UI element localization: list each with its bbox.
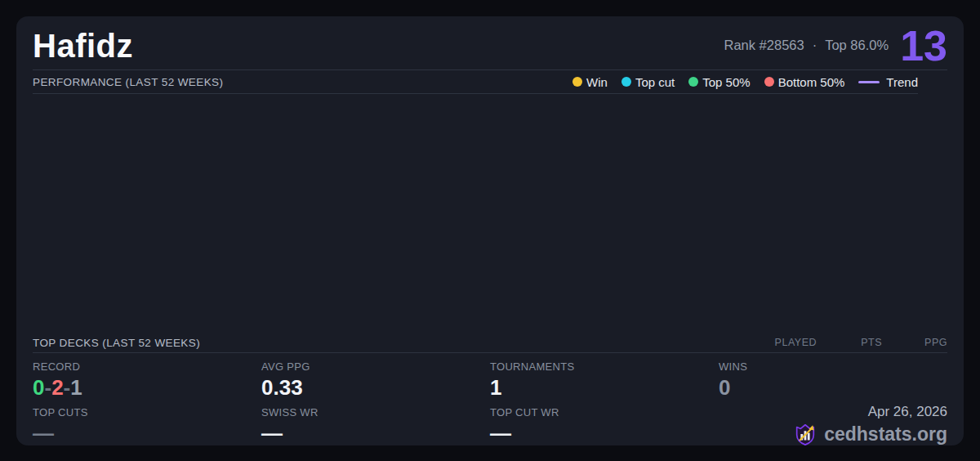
player-card: Hafidz Rank #28563 · Top 86.0% 13 PERFOR… [16, 16, 964, 445]
top50-dot-icon [688, 77, 698, 87]
trend-line-icon [858, 81, 880, 83]
stat-top-cuts: TOP CUTS — [33, 399, 261, 445]
stat-label: AVG PPG [261, 360, 490, 373]
legend-item-bottom50: Bottom 50% [764, 75, 845, 89]
cedhstats-logo-icon [793, 422, 817, 446]
record-draws: 1 [70, 375, 82, 400]
rank-line: Rank #28563 · Top 86.0% [724, 38, 889, 53]
legend-label: Top cut [635, 75, 675, 89]
stat-label: RECORD [33, 360, 261, 373]
footer-cell: Apr 26, 2026 cedhstats.org [719, 399, 947, 445]
header-right: Rank #28563 · Top 86.0% 13 [724, 25, 948, 67]
record-separator: - [44, 375, 51, 400]
site-name[interactable]: cedhstats.org [824, 423, 947, 445]
column-header-pts: PTS [817, 337, 882, 348]
top-cut-wr-value: — [490, 421, 719, 445]
rank-text: Rank #28563 [724, 38, 804, 53]
card-header: Hafidz Rank #28563 · Top 86.0% 13 [33, 16, 947, 70]
stat-swiss-wr: SWISS WR — [261, 399, 490, 445]
tournaments-value: 1 [490, 375, 719, 400]
performance-chart [33, 94, 947, 333]
generated-date: Apr 26, 2026 [868, 405, 947, 419]
record-separator: - [64, 375, 71, 400]
stat-label: SWISS WR [261, 406, 490, 418]
legend-label: Trend [886, 75, 918, 89]
record-losses: 2 [51, 375, 63, 400]
chart-legend: Win Top cut Top 50% Bottom 50% Trend [572, 75, 918, 89]
top-cuts-value: — [33, 421, 261, 445]
top-decks-header-row: TOP DECKS (LAST 52 WEEKS) PLAYED PTS PPG [33, 333, 947, 353]
page-title: Hafidz [33, 28, 133, 64]
stat-record: RECORD 0-2-1 [33, 353, 261, 399]
topcut-dot-icon [621, 77, 631, 87]
stat-top-cut-wr: TOP CUT WR — [490, 399, 719, 445]
performance-header-row: PERFORMANCE (LAST 52 WEEKS) Win Top cut … [33, 70, 918, 94]
wins-value: 0 [719, 375, 947, 400]
top-decks-title: TOP DECKS (LAST 52 WEEKS) [33, 337, 200, 349]
legend-label: Top 50% [702, 75, 750, 89]
legend-item-trend: Trend [858, 75, 918, 89]
rank-separator: · [813, 38, 817, 53]
avg-ppg-value: 0.33 [261, 375, 490, 400]
record-value: 0-2-1 [33, 375, 261, 400]
app-background: { "player": { "name": "Hafidz", "rank": … [0, 0, 980, 461]
stat-avg-ppg: AVG PPG 0.33 [261, 353, 490, 399]
stats-grid: RECORD 0-2-1 AVG PPG 0.33 TOURNAMENTS 1 … [33, 353, 947, 445]
performance-title: PERFORMANCE (LAST 52 WEEKS) [33, 76, 223, 88]
stat-label: TOURNAMENTS [490, 360, 719, 373]
legend-label: Win [586, 75, 608, 89]
column-header-played: PLAYED [751, 337, 817, 348]
stat-wins: WINS 0 [719, 353, 947, 399]
record-wins: 0 [33, 375, 44, 400]
top-percent-text: Top 86.0% [825, 38, 889, 53]
column-header-ppg: PPG [882, 337, 947, 348]
win-dot-icon [572, 77, 582, 87]
stat-label: WINS [719, 360, 947, 373]
legend-label: Bottom 50% [778, 75, 845, 89]
score-badge: 13 [900, 25, 947, 67]
legend-item-topcut: Top cut [621, 75, 675, 89]
stat-label: TOP CUT WR [490, 406, 719, 418]
legend-item-win: Win [572, 75, 608, 89]
bottom50-dot-icon [764, 77, 774, 87]
stat-label: TOP CUTS [33, 406, 261, 418]
top-decks-columns: PLAYED PTS PPG [751, 337, 947, 348]
legend-item-top50: Top 50% [688, 75, 750, 89]
stat-tournaments: TOURNAMENTS 1 [490, 353, 719, 399]
site-brand[interactable]: cedhstats.org [793, 422, 947, 446]
swiss-wr-value: — [261, 421, 490, 445]
